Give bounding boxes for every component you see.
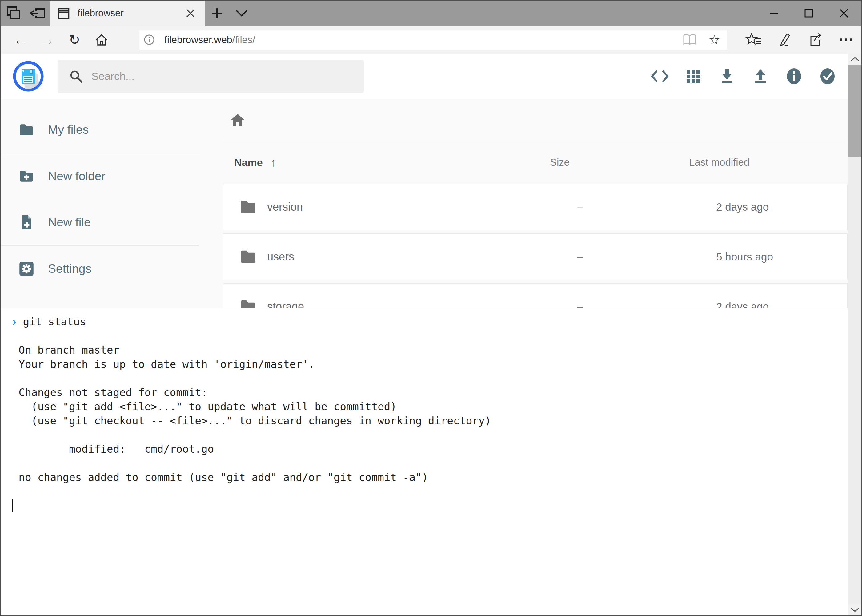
minimize-button[interactable] (756, 1, 791, 26)
tab-list-dropdown-button[interactable] (229, 1, 254, 26)
terminal-output-line: Your branch is up to date with 'origin/m… (12, 357, 848, 371)
raw-code-button[interactable] (643, 59, 676, 93)
search-bar[interactable] (58, 60, 364, 93)
address-bar[interactable]: filebrowser.web/files/ ☆ (139, 30, 727, 50)
upload-button[interactable] (744, 59, 777, 93)
home-breadcrumb-icon[interactable] (230, 113, 245, 127)
refresh-icon: ↻ (69, 32, 80, 48)
favorites-hub-button[interactable] (738, 27, 769, 52)
tab-strip: filebrowser (1, 1, 861, 26)
search-input[interactable] (91, 70, 344, 82)
file-row-users[interactable]: users – 5 hours ago (223, 233, 848, 280)
back-icon: ← (14, 32, 27, 47)
column-header-modified[interactable]: Last modified (689, 157, 836, 168)
titlebar-drag-area (254, 1, 756, 26)
sidebar-item-new-file[interactable]: New file (1, 199, 199, 245)
sidebar-item-label: New file (48, 215, 91, 229)
forward-button[interactable]: → (34, 27, 61, 52)
back-button[interactable]: ← (7, 27, 34, 52)
column-header-name[interactable]: Name↑ (234, 156, 550, 169)
file-plus-icon (19, 215, 35, 230)
settings-more-button[interactable] (830, 27, 861, 52)
toolbar-right-group (738, 27, 861, 52)
web-notes-button[interactable] (769, 27, 800, 52)
terminal-output-line (12, 371, 848, 385)
url-text[interactable]: filebrowser.web/files/ (164, 34, 678, 46)
reading-view-button[interactable] (678, 30, 702, 49)
terminal-command: git status (23, 314, 86, 329)
terminal-output-line: modified: cmd/root.go (12, 442, 848, 456)
page-favicon (57, 7, 70, 20)
sidebar-item-my-files[interactable]: My files (1, 107, 199, 153)
download-icon (720, 69, 734, 84)
ellipsis-icon (839, 38, 853, 41)
download-button[interactable] (710, 59, 744, 93)
terminal-panel[interactable]: ›git status On branch master Your branch… (1, 308, 848, 615)
info-button[interactable] (777, 59, 811, 93)
file-size: – (577, 201, 716, 213)
maximize-button[interactable] (791, 1, 826, 26)
browser-window: filebrowser (0, 0, 862, 616)
sidebar-item-label: Settings (48, 262, 91, 275)
url-path: /files/ (232, 34, 255, 45)
info-icon (143, 33, 155, 46)
terminal-output-line (12, 484, 848, 498)
tab-preview-icon (5, 5, 21, 21)
tab-close-button[interactable] (182, 5, 199, 22)
header-actions (643, 59, 844, 93)
close-icon (185, 8, 196, 19)
tab-title: filebrowser (77, 8, 182, 19)
scrollbar-thumb[interactable] (848, 64, 861, 157)
terminal-output-line (12, 428, 848, 442)
column-headers: Name↑ Size Last modified (223, 141, 848, 184)
folder-icon (240, 249, 257, 264)
select-multiple-button[interactable] (811, 59, 844, 93)
favorites-list-icon (745, 33, 762, 47)
code-icon (651, 69, 669, 83)
refresh-button[interactable]: ↻ (61, 27, 88, 52)
forward-icon: → (41, 32, 54, 47)
home-button[interactable] (88, 27, 115, 52)
site-info-button[interactable] (139, 33, 159, 46)
filebrowser-logo[interactable] (13, 61, 44, 92)
breadcrumb (223, 99, 848, 141)
terminal-output-line: On branch master (12, 343, 848, 357)
grid-view-button[interactable] (676, 59, 710, 93)
page-content: My files New folder (1, 53, 861, 615)
tab-preview-button[interactable] (1, 1, 25, 26)
text-cursor (12, 500, 13, 512)
scroll-down-button[interactable] (848, 604, 861, 615)
new-tab-button[interactable] (205, 1, 229, 26)
terminal-output-line: Changes not staged for commit: (12, 385, 848, 399)
star-icon: ☆ (708, 32, 720, 47)
url-domain: filebrowser.web (164, 34, 232, 45)
pen-icon (777, 32, 792, 47)
close-icon (839, 8, 849, 18)
column-header-size[interactable]: Size (550, 157, 689, 168)
page-scrollbar[interactable] (848, 53, 861, 615)
set-tabs-aside-icon (29, 5, 46, 21)
terminal-output-line: (use "git checkout -- <file>..." to disc… (12, 414, 848, 428)
reading-view-icon (682, 34, 697, 46)
scroll-up-button[interactable] (848, 53, 861, 64)
share-icon (808, 32, 823, 47)
favorite-star-button[interactable]: ☆ (702, 30, 726, 49)
file-size: – (577, 251, 716, 263)
close-window-button[interactable] (826, 1, 861, 26)
set-tabs-aside-button[interactable] (25, 1, 50, 26)
browser-toolbar: ← → ↻ filebrowser.web/files/ (1, 26, 861, 53)
file-modified: 5 hours ago (716, 251, 847, 263)
file-row-version[interactable]: version – 2 days ago (223, 184, 848, 230)
upload-icon (753, 69, 767, 84)
active-tab[interactable]: filebrowser (50, 1, 205, 26)
home-icon (94, 32, 109, 47)
gear-icon (19, 261, 35, 277)
file-name: version (267, 201, 577, 214)
sidebar-item-settings[interactable]: Settings (1, 246, 199, 292)
sidebar-item-new-folder[interactable]: New folder (1, 153, 199, 199)
sidebar-item-label: My files (48, 123, 89, 137)
file-name: users (267, 250, 577, 263)
folder-icon (19, 123, 35, 137)
urlbar-separator (159, 33, 159, 46)
share-button[interactable] (800, 27, 830, 52)
